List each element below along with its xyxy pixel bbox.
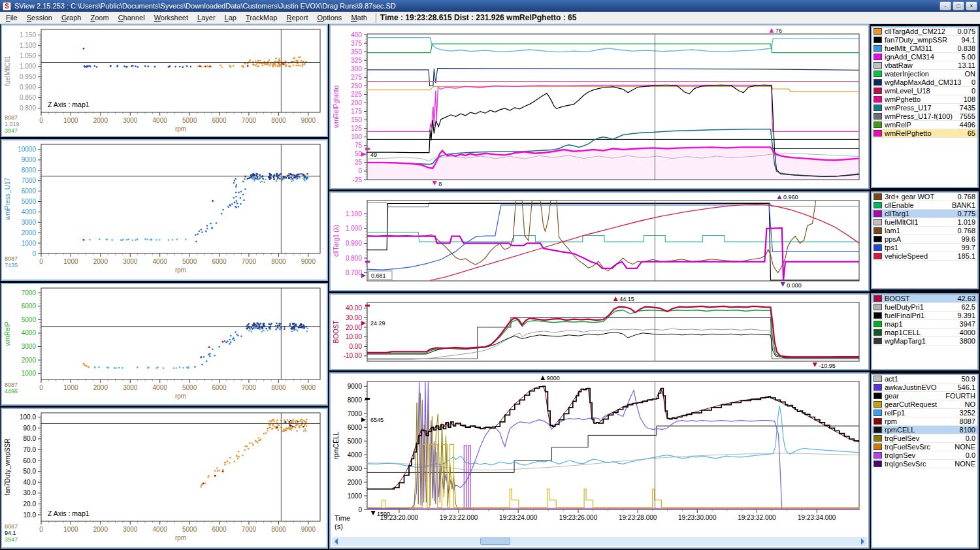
scatter-panel-wmrelp[interactable]: 7000600050004000300020001000010002000300… [1,283,328,406]
legend-row-awkwjustinevo[interactable]: awkwJustinEVO546.1 [872,383,977,392]
svg-text:rpm: rpm [175,534,186,542]
legend-row-wmrelpghetto[interactable]: wmRelPghetto65 [872,129,977,138]
legend-row-3rd-gear-wot[interactable]: 3rd+ gear WOT0.768 [872,193,977,201]
channel-color-swatch [874,62,882,69]
legend-row-wmpghetto[interactable]: wmPghetto108 [872,95,977,104]
legend-row-vbatraw[interactable]: vbatRaw13.11 [872,61,977,70]
timeseries-panel-wmrelpghetto[interactable]: 4003753503253002752502252001751501251007… [329,24,870,189]
legend-row-fuelfinalpri1[interactable]: fuelFinalPri19.391 [872,312,977,320]
scatter-chart-wmpress-vs-rpm[interactable]: 1000090008000700060005000400030002000100… [2,140,327,280]
channel-color-swatch [874,244,882,251]
menu-item-options[interactable]: Options [312,13,346,22]
menu-item-zoom[interactable]: Zoom [86,13,113,22]
legend-row-wgmaptarg1[interactable]: wgMapTarg13800 [872,337,977,346]
title-bar: S SView 2.15.253 : C:\Users\Public\Docum… [0,0,980,12]
svg-text:44.15: 44.15 [619,296,634,302]
scroll-left-icon[interactable] [335,538,338,545]
legend-row-trqfuelsevsrc[interactable]: trqFuelSevSrcNONE [872,443,977,451]
scatter-panel-fan7duty[interactable]: 100.090.080.070.060.050.040.030.020.010.… [1,408,328,549]
legend-row-fuelmltcll1[interactable]: fuelMltCll11.019 [872,218,977,227]
svg-text:0: 0 [358,167,362,174]
legend-row-rpm[interactable]: rpm8087 [872,417,977,426]
timeseries-panel-rpmcell[interactable]: 900080007000600050004000300020001000019:… [329,372,870,549]
legend-row-wgmapmaxadd-cm313[interactable]: wgMapMaxAdd_CM3130 [872,78,977,87]
maximize-button[interactable]: □ [953,1,964,10]
channel-name: trqIgnSevSrc [885,460,955,468]
legend-row-rpmcell[interactable]: rpmCELL8100 [872,426,977,434]
legend-row-act1[interactable]: act150.9 [872,375,977,383]
legend-row-map1[interactable]: map13947 [872,320,977,329]
legend-row-lam1[interactable]: lam10.768 [872,227,977,235]
svg-text:3947: 3947 [5,127,18,134]
scatter-chart-fuelmltcll1-vs-rpm[interactable]: 1.1501.1001.0501.0000.9500.9000.8500.800… [2,25,327,136]
svg-text:0.681: 0.681 [371,272,386,279]
time-scrollbar[interactable] [332,537,867,546]
svg-text:400: 400 [351,31,362,39]
svg-text:1000: 1000 [63,384,78,391]
svg-text:1000: 1000 [22,370,37,377]
menu-item-file[interactable]: File [1,13,22,22]
legend-row-wmlevel-u18[interactable]: wmLevel_U180 [872,87,977,95]
timeseries-panel-clltarg1[interactable]: 1.1001.0000.9000.8000.700cllTarg1 (λ)0.6… [329,191,870,291]
legend-row-wmpress-u17[interactable]: wmPress_U177435 [872,104,977,112]
legend-row-wmrelp[interactable]: wmRelP4496 [872,121,977,129]
legend-row-cllenable[interactable]: cllEnableBANK1 [872,201,977,210]
close-button[interactable]: × [966,1,977,10]
legend-row-trqfuelsev[interactable]: trqFuelSev0.0 [872,434,977,443]
scatter-panel-wmpress[interactable]: 1000090008000700060005000400030002000100… [1,139,328,281]
legend-row-wmpress-u17-f-100-[interactable]: wmPress_U17-f(100)7555 [872,112,977,121]
menu-item-math[interactable]: Math [346,13,371,22]
scatter-chart-wmrelp-vs-rpm[interactable]: 7000600050004000300020001000010002000300… [2,284,327,404]
scroll-right-icon[interactable] [861,538,864,545]
menu-item-layer[interactable]: Layer [193,13,220,22]
scatter-chart-fan7duty-vs-rpm[interactable]: 100.090.080.070.060.050.040.030.020.010.… [2,409,327,547]
legend-row-relfp1[interactable]: relFp13252 [872,409,977,417]
scatter-panel-fuelmltcll1[interactable]: 1.1501.1001.0501.0000.9500.9000.8500.800… [1,24,328,137]
channel-value: 185.1 [957,252,975,260]
legend-row-gear[interactable]: gearFOURTH [872,392,977,400]
app-icon: S [3,2,11,10]
svg-text:225: 225 [351,91,362,98]
menu-item-worksheet[interactable]: Worksheet [150,13,193,22]
timeseries-chart-boost[interactable]: 40.0030.0020.0010.000.00-10.00BOOST24.29… [331,295,868,369]
svg-text:4000: 4000 [153,384,168,391]
sview-application-window: S SView 2.15.253 : C:\Users\Public\Docum… [0,0,980,550]
timeseries-chart-wmrelpghetto[interactable]: 4003753503253002752502252001751501251007… [331,25,868,188]
legend-row-vehiclespeed[interactable]: vehicleSpeed185.1 [872,252,977,261]
legend-row-gearcutrequest[interactable]: gearCutRequestNO [872,400,977,409]
menu-item-channel[interactable]: Channel [114,13,150,22]
legend-row-map1cell[interactable]: map1CELL4000 [872,329,977,337]
channel-color-swatch [874,418,882,425]
channel-value: 108 [964,95,975,103]
channel-color-swatch [874,312,882,319]
legend-row-ppsa[interactable]: ppsA99.6 [872,235,977,244]
timeseries-chart-rpmcell[interactable]: 900080007000600050004000300020001000019:… [331,374,868,537]
svg-text:2000: 2000 [93,117,108,124]
legend-row-trqignsev[interactable]: trqIgnSev0.0 [872,451,977,460]
menu-item-graph[interactable]: Graph [57,13,86,22]
menu-item-report[interactable]: Report [282,13,312,22]
legend-row-clltarg1[interactable]: cllTarg10.775 [872,210,977,218]
legend-row-waterinjection[interactable]: waterInjectionON [872,70,977,78]
timeseries-chart-clltarg1[interactable]: 1.1001.0000.9000.8000.700cllTarg1 (λ)0.6… [331,193,868,290]
legend-row-boost[interactable]: BOOST42.63 [872,295,977,303]
timeseries-panel-boost[interactable]: 40.0030.0020.0010.000.00-10.00BOOST24.29… [329,293,870,370]
legend-row-ignadd-cm314[interactable]: ignAdd_CM3145.00 [872,53,977,61]
scrollbar-thumb[interactable] [480,538,510,545]
legend-row-fan7duty-wmpssr[interactable]: fan7Duty_wmpSSR94.1 [872,36,977,44]
legend-row-fueldutypri1[interactable]: fuelDutyPri162.5 [872,303,977,312]
scrollbar-track[interactable] [340,537,858,546]
menu-item-session[interactable]: Session [22,13,57,22]
legend-row-clltargadd-cm212[interactable]: cllTargAdd_CM2120.075 [872,27,977,36]
svg-text:7000: 7000 [22,289,37,297]
svg-text:2000: 2000 [22,357,37,364]
legend-row-tps1[interactable]: tps199.7 [872,244,977,252]
svg-text:4496: 4496 [5,388,18,395]
minimize-button[interactable]: - [939,1,951,10]
channel-name: gear [885,392,945,400]
legend-row-fuelmlt-cm311[interactable]: fuelMlt_CM3110.838 [872,44,977,53]
svg-text:150: 150 [351,116,362,123]
menu-item-trackmap[interactable]: TrackMap [241,13,282,22]
menu-item-lap[interactable]: Lap [220,13,241,22]
legend-row-trqignsevsrc[interactable]: trqIgnSevSrcNONE [872,460,977,468]
